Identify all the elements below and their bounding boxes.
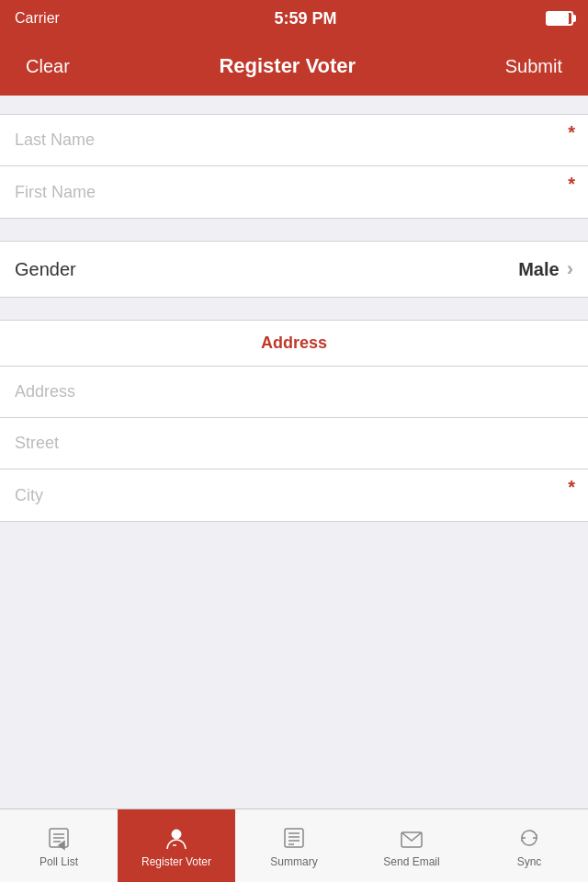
address-input[interactable] [15,369,573,414]
tab-poll-list[interactable]: Poll List [0,809,118,882]
chevron-right-icon: › [567,257,573,281]
gender-selected-value: Male [518,259,559,280]
send-email-icon [398,824,425,852]
tab-sync-label: Sync [517,855,542,868]
gender-value-container: Male › [518,257,573,281]
name-section: * * [0,114,588,219]
first-name-required: * [568,174,575,195]
status-bar: Carrier 5:59 PM [0,0,588,37]
clear-button[interactable]: Clear [18,49,77,85]
gender-label: Gender [15,259,76,280]
svg-point-5 [172,830,181,839]
tab-poll-list-label: Poll List [40,855,78,868]
tab-send-email-label: Send Email [383,855,439,868]
last-name-input[interactable] [15,118,573,163]
address-section: Address * [0,320,588,522]
svg-marker-4 [59,842,64,849]
sync-icon [515,824,543,852]
gender-section[interactable]: Gender Male › [0,241,588,298]
battery-icon [546,11,573,26]
tab-sync[interactable]: Sync [470,809,588,882]
tab-send-email[interactable]: Send Email [353,809,470,882]
city-row: * [0,469,588,521]
first-name-input[interactable] [15,170,573,215]
city-required: * [568,477,575,498]
summary-icon [280,824,308,852]
address-row [0,367,588,418]
carrier-info: Carrier [15,10,65,27]
carrier-label: Carrier [15,10,60,27]
tab-bar: Poll List Register Voter Summary [0,808,588,882]
gender-row[interactable]: Gender Male › [0,242,588,297]
street-input[interactable] [15,421,573,466]
poll-list-icon [45,824,73,852]
tab-summary-label: Summary [270,855,317,868]
address-section-header: Address [0,321,588,367]
street-row [0,418,588,469]
tab-register-voter-label: Register Voter [141,855,211,868]
tab-summary[interactable]: Summary [235,809,353,882]
main-content: * * Gender Male › Address * [0,96,588,808]
last-name-required: * [568,122,575,143]
register-voter-icon [163,824,190,852]
city-input[interactable] [15,473,573,518]
last-name-row: * [0,115,588,166]
nav-bar: Clear Register Voter Submit [0,37,588,96]
submit-button[interactable]: Submit [498,49,570,85]
nav-title: Register Voter [219,54,356,78]
first-name-row: * [0,166,588,218]
tab-register-voter[interactable]: Register Voter [118,809,235,882]
status-time: 5:59 PM [274,9,336,28]
